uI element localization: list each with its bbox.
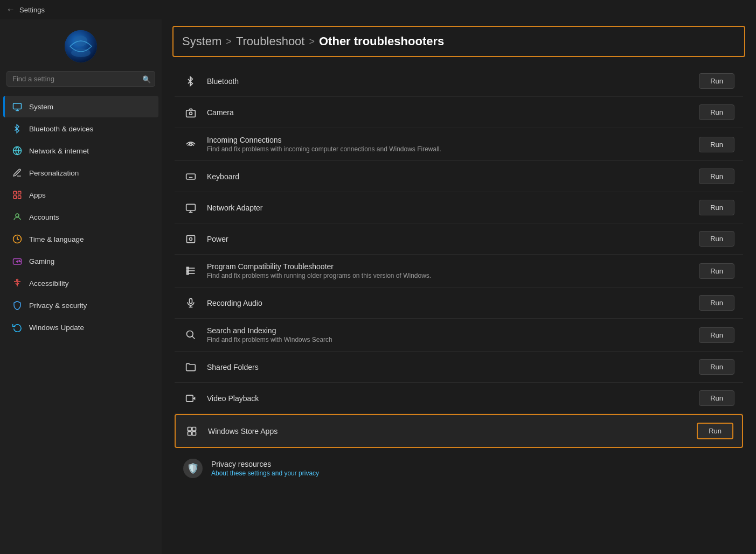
breadcrumb-sep2: > bbox=[309, 36, 315, 47]
run-button-camera[interactable]: Run bbox=[699, 104, 734, 120]
troubleshooter-info-shared: Shared Folders bbox=[207, 363, 690, 371]
sidebar-item-network[interactable]: Network & internet bbox=[3, 140, 158, 162]
sidebar-item-accessibility[interactable]: Accessibility bbox=[3, 272, 158, 294]
troubleshooter-item-network-adapter: Network Adapter Run bbox=[175, 192, 743, 223]
privacy-title: Privacy resources bbox=[211, 460, 319, 468]
app-title: Settings bbox=[19, 6, 45, 14]
sidebar-label-privacy: Privacy & security bbox=[29, 301, 87, 310]
search-icon: 🔍 bbox=[142, 75, 151, 83]
troubleshooter-info-store: Windows Store Apps bbox=[208, 427, 688, 436]
run-button-audio[interactable]: Run bbox=[699, 295, 734, 311]
troubleshooter-item-compat: Program Compatibility Troubleshooter Fin… bbox=[175, 255, 743, 287]
sidebar-item-personalization[interactable]: Personalization bbox=[3, 162, 158, 184]
troubleshooter-name-camera: Camera bbox=[207, 108, 690, 117]
run-button-video[interactable]: Run bbox=[699, 390, 734, 406]
search-icon bbox=[183, 327, 198, 342]
sidebar-item-apps[interactable]: Apps bbox=[3, 184, 158, 206]
power-icon bbox=[183, 232, 198, 247]
sidebar-label-personalization: Personalization bbox=[29, 169, 79, 177]
sidebar-item-bluetooth[interactable]: Bluetooth & devices bbox=[3, 118, 158, 139]
svg-rect-45 bbox=[186, 395, 193, 402]
sidebar-item-system[interactable]: System bbox=[3, 96, 158, 117]
accounts-icon bbox=[12, 212, 23, 222]
troubleshooter-item-bluetooth: Bluetooth Run bbox=[175, 66, 743, 97]
back-button[interactable]: ← bbox=[6, 5, 15, 15]
sidebar-item-time[interactable]: Time & language bbox=[3, 228, 158, 250]
troubleshooter-info-search: Search and Indexing Find and fix problem… bbox=[207, 326, 690, 343]
troubleshooter-item-audio: Recording Audio Run bbox=[175, 287, 743, 319]
troubleshooter-item-incoming: Incoming Connections Find and fix proble… bbox=[175, 128, 743, 161]
troubleshooter-info-bluetooth: Bluetooth bbox=[207, 77, 690, 86]
breadcrumb-system: System bbox=[182, 34, 221, 48]
privacy-resources: 🛡️ Privacy resources About these setting… bbox=[175, 450, 743, 487]
troubleshooter-info-audio: Recording Audio bbox=[207, 299, 690, 307]
breadcrumb-troubleshoot: Troubleshoot bbox=[236, 34, 305, 48]
troubleshooter-item-shared: Shared Folders Run bbox=[175, 352, 743, 383]
breadcrumb: System > Troubleshoot > Other troublesho… bbox=[172, 26, 745, 57]
system-icon bbox=[12, 101, 23, 112]
troubleshooter-name-network-adapter: Network Adapter bbox=[207, 204, 690, 212]
shared-icon bbox=[183, 360, 198, 375]
sidebar-label-apps: Apps bbox=[29, 191, 46, 199]
sidebar-label-accounts: Accounts bbox=[29, 213, 59, 221]
run-button-keyboard[interactable]: Run bbox=[699, 169, 734, 184]
svg-rect-9 bbox=[18, 191, 21, 194]
run-button-compat[interactable]: Run bbox=[699, 263, 734, 279]
run-button-incoming[interactable]: Run bbox=[699, 137, 734, 152]
sidebar-item-privacy[interactable]: Privacy & security bbox=[3, 294, 158, 316]
main-layout: 🔍 System Bluetooth & devices Network & i… bbox=[0, 19, 756, 554]
troubleshooter-info-compat: Program Compatibility Troubleshooter Fin… bbox=[207, 262, 690, 279]
gaming-icon bbox=[12, 256, 23, 267]
troubleshooter-info-camera: Camera bbox=[207, 108, 690, 117]
title-bar: ← Settings bbox=[0, 0, 756, 19]
svg-point-19 bbox=[17, 279, 18, 281]
avatar bbox=[65, 30, 97, 62]
run-button-shared[interactable]: Run bbox=[699, 359, 734, 375]
audio-icon bbox=[183, 296, 198, 311]
breadcrumb-sep1: > bbox=[226, 36, 232, 47]
search-input[interactable] bbox=[6, 71, 155, 87]
svg-point-12 bbox=[16, 214, 19, 217]
troubleshooter-item-store: Windows Store Apps Run bbox=[175, 414, 743, 448]
troubleshooter-name-audio: Recording Audio bbox=[207, 299, 690, 307]
svg-rect-40 bbox=[190, 298, 192, 303]
troubleshooter-name-bluetooth: Bluetooth bbox=[207, 77, 690, 86]
store-icon bbox=[184, 424, 199, 439]
troubleshooter-item-keyboard: Keyboard Run bbox=[175, 161, 743, 192]
run-button-search[interactable]: Run bbox=[699, 327, 734, 343]
run-button-store[interactable]: Run bbox=[697, 423, 733, 439]
troubleshooter-info-network-adapter: Network Adapter bbox=[207, 204, 690, 212]
svg-rect-23 bbox=[186, 174, 196, 179]
content-area: System > Troubleshoot > Other troublesho… bbox=[162, 19, 756, 554]
run-button-bluetooth[interactable]: Run bbox=[699, 73, 734, 89]
troubleshooter-info-video: Video Playback bbox=[207, 394, 690, 403]
troubleshooter-info-keyboard: Keyboard bbox=[207, 172, 690, 181]
svg-point-43 bbox=[187, 331, 193, 338]
troubleshooter-item-search: Search and Indexing Find and fix problem… bbox=[175, 319, 743, 352]
bluetooth-icon bbox=[183, 74, 198, 89]
troubleshooter-name-power: Power bbox=[207, 235, 690, 243]
run-button-network-adapter[interactable]: Run bbox=[699, 200, 734, 215]
privacy-info: Privacy resources About these settings a… bbox=[211, 460, 319, 477]
sidebar-label-update: Windows Update bbox=[29, 324, 84, 332]
sidebar-item-accounts[interactable]: Accounts bbox=[3, 206, 158, 228]
privacy-shield-icon: 🛡️ bbox=[183, 459, 203, 478]
bluetooth-icon bbox=[12, 123, 23, 134]
time-icon bbox=[12, 234, 23, 244]
svg-rect-8 bbox=[13, 191, 16, 194]
sidebar-label-time: Time & language bbox=[29, 235, 84, 243]
svg-rect-11 bbox=[18, 196, 21, 199]
svg-rect-32 bbox=[187, 235, 195, 242]
svg-point-18 bbox=[20, 261, 21, 262]
run-button-power[interactable]: Run bbox=[699, 231, 734, 247]
privacy-link[interactable]: About these settings and your privacy bbox=[211, 469, 319, 477]
troubleshooter-name-keyboard: Keyboard bbox=[207, 172, 690, 181]
sidebar-item-update[interactable]: Windows Update bbox=[3, 317, 158, 338]
svg-rect-50 bbox=[192, 431, 196, 435]
update-icon bbox=[12, 322, 23, 333]
troubleshooter-item-video: Video Playback Run bbox=[175, 383, 743, 414]
troubleshooter-item-power: Power Run bbox=[175, 223, 743, 255]
troubleshooter-name-video: Video Playback bbox=[207, 394, 690, 403]
sidebar-item-gaming[interactable]: Gaming bbox=[3, 250, 158, 272]
network-adapter-icon bbox=[183, 200, 198, 215]
